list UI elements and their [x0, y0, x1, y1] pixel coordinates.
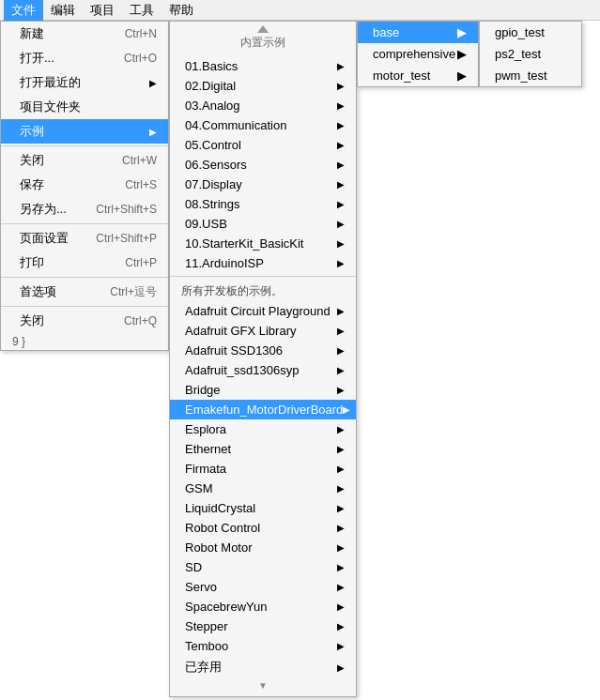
emakefun-comprehensive[interactable]: comprehensive ▶ [358, 43, 478, 65]
example-temboo[interactable]: Temboo ▶ [170, 636, 356, 656]
example-bridge[interactable]: Bridge ▶ [170, 380, 356, 400]
example-ethernet[interactable]: Ethernet ▶ [170, 439, 356, 459]
menu-preferences[interactable]: 首选项 Ctrl+逗号 [1, 280, 168, 304]
menu-open-recent[interactable]: 打开最近的 ▶ [1, 70, 168, 95]
example-robot-motor[interactable]: Robot Motor ▶ [170, 538, 356, 557]
third-party-label: 所有开发板的示例。 [170, 280, 356, 301]
example-05-control[interactable]: 05.Control ▶ [170, 135, 356, 155]
example-adafruit-gfx[interactable]: Adafruit GFX Library ▶ [170, 321, 356, 341]
example-adafruit-ssd1306syp[interactable]: Adafruit_ssd1306syp ▶ [170, 360, 356, 380]
divider-3 [1, 277, 168, 278]
submenu-divider-1 [170, 276, 356, 277]
menubar-tools[interactable]: 工具 [122, 0, 162, 21]
example-robot-control[interactable]: Robot Control ▶ [170, 518, 356, 538]
example-11-arduinoisp[interactable]: 11.ArduinoISP ▶ [170, 253, 356, 273]
menubar-help[interactable]: 帮助 [162, 0, 201, 21]
example-servo[interactable]: Servo ▶ [170, 577, 356, 597]
menu-quit[interactable]: 关闭 Ctrl+Q [1, 309, 168, 333]
example-10-starterkit[interactable]: 10.StarterKit_BasicKit ▶ [170, 234, 356, 253]
emakefun-motor-test[interactable]: motor_test ▶ [358, 65, 478, 86]
divider-2 [1, 223, 168, 224]
emakefun-submenu: base ▶ comprehensive ▶ motor_test ▶ [357, 21, 479, 87]
triangle-up-icon [257, 25, 269, 33]
example-02-digital[interactable]: 02.Digital ▶ [170, 76, 356, 96]
menu-new[interactable]: 新建 Ctrl+N [1, 22, 168, 46]
file-dropdown: 新建 Ctrl+N 打开... Ctrl+O 打开最近的 ▶ 项目文件夹 示例 … [0, 21, 169, 351]
example-01-basics[interactable]: 01.Basics ▶ [170, 56, 356, 76]
menu-page-setup[interactable]: 页面设置 Ctrl+Shift+P [1, 226, 168, 251]
example-07-display[interactable]: 07.Display ▶ [170, 175, 356, 194]
example-deprecated[interactable]: 已弃用 ▶ [170, 656, 356, 678]
example-04-communication[interactable]: 04.Communication ▶ [170, 115, 356, 135]
menubar-edit[interactable]: 编辑 [43, 0, 83, 21]
example-firmata[interactable]: Firmata ▶ [170, 459, 356, 479]
example-sd[interactable]: SD ▶ [170, 557, 356, 577]
menu-extra-line: 9 } [1, 333, 168, 350]
menu-save[interactable]: 保存 Ctrl+S [1, 173, 168, 197]
menu-open[interactable]: 打开... Ctrl+O [1, 46, 168, 70]
base-submenu: gpio_test ps2_test pwm_test [479, 21, 582, 87]
base-ps2-test[interactable]: ps2_test [480, 43, 581, 65]
example-stepper[interactable]: Stepper ▶ [170, 616, 356, 636]
example-gsm[interactable]: GSM ▶ [170, 479, 356, 498]
example-09-usb[interactable]: 09.USB ▶ [170, 214, 356, 234]
example-adafruit-circuit[interactable]: Adafruit Circuit Playground ▶ [170, 301, 356, 321]
menu-project-folder[interactable]: 项目文件夹 [1, 95, 168, 119]
example-esplora[interactable]: Esplora ▶ [170, 419, 356, 439]
example-emakefun[interactable]: Emakefun_MotorDriverBoard ▶ [170, 400, 356, 419]
base-pwm-test[interactable]: pwm_test [480, 65, 581, 86]
example-08-strings[interactable]: 08.Strings ▶ [170, 194, 356, 214]
example-06-sensors[interactable]: 06.Sensors ▶ [170, 155, 356, 175]
menubar-project[interactable]: 项目 [83, 0, 122, 21]
menu-save-as[interactable]: 另存为... Ctrl+Shift+S [1, 197, 168, 221]
example-liquidcrystal[interactable]: LiquidCrystal ▶ [170, 498, 356, 518]
divider-4 [1, 306, 168, 307]
menubar: 文件 编辑 项目 工具 帮助 [0, 0, 600, 21]
emakefun-base[interactable]: base ▶ [358, 22, 478, 43]
base-gpio-test[interactable]: gpio_test [480, 22, 581, 43]
example-03-analog[interactable]: 03.Analog ▶ [170, 96, 356, 115]
menu-examples[interactable]: 示例 ▶ [1, 119, 168, 144]
menu-close[interactable]: 关闭 Ctrl+W [1, 148, 168, 173]
menubar-file[interactable]: 文件 [4, 0, 43, 21]
examples-submenu: 内置示例 01.Basics ▶ 02.Digital ▶ 03.Analog … [169, 21, 357, 697]
example-spacebrewyun[interactable]: SpacebrewYun ▶ [170, 597, 356, 616]
menu-print[interactable]: 打印 Ctrl+P [1, 251, 168, 275]
scroll-down-indicator: ▼ [170, 678, 356, 692]
divider-1 [1, 145, 168, 146]
examples-header: 内置示例 [170, 22, 356, 56]
example-adafruit-ssd1306[interactable]: Adafruit SSD1306 ▶ [170, 341, 356, 360]
